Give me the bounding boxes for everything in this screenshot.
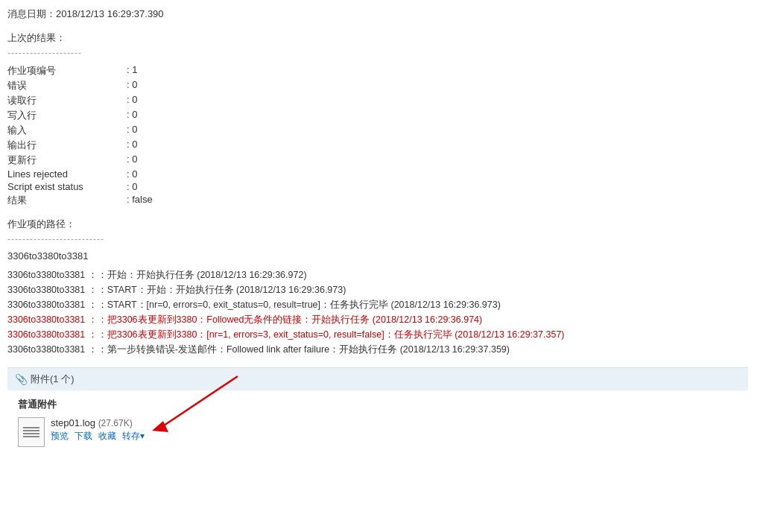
file-icon-line: [23, 427, 39, 428]
info-value: : false: [127, 194, 153, 207]
message-date-label: 消息日期：: [7, 8, 56, 19]
file-actions: 预览 下载 收藏 转存▾: [51, 430, 145, 443]
info-label: 输出行: [7, 139, 127, 152]
info-row: 写入行: 0: [7, 109, 748, 122]
info-label: 作业项编号: [7, 64, 127, 77]
info-row: 读取行: 0: [7, 94, 748, 107]
file-name-text: step01.log: [51, 417, 95, 428]
info-value: : 0: [127, 124, 137, 137]
file-action-link[interactable]: 下载: [75, 430, 92, 443]
log-entries: 3306to3380to3381 ：：开始：开始执行任务 (2018/12/13…: [7, 267, 748, 357]
info-value: : 0: [127, 79, 137, 92]
clip-icon: 📎: [15, 373, 28, 385]
file-name: step01.log (27.67K): [51, 417, 145, 428]
info-label: 结果: [7, 194, 127, 207]
divider-2: --------------------------: [7, 234, 748, 244]
info-value: : 0: [127, 139, 137, 152]
divider-1: --------------------: [7, 48, 748, 58]
file-icon: [18, 417, 45, 447]
info-value: : 0: [127, 109, 137, 122]
file-icon-line: [23, 430, 39, 431]
job-path-section: 作业项的路径： -------------------------- 3306t…: [7, 218, 748, 262]
last-result-title: 上次的结果：: [7, 31, 748, 45]
info-value: : 0: [127, 94, 137, 107]
info-row: 作业项编号: 1: [7, 64, 748, 77]
job-path-title: 作业项的路径：: [7, 218, 748, 231]
info-value: : 0: [127, 181, 137, 192]
log-entry: 3306to3380to3381 ：：START：[nr=0, errors=0…: [7, 297, 748, 312]
message-date-value: 2018/12/13 16:29:37.390: [56, 8, 164, 19]
file-action-link[interactable]: 收藏: [98, 430, 116, 443]
log-entry: 3306to3380to3381 ：：START：开始：开始执行任务 (2018…: [7, 282, 748, 297]
attachment-body: 普通附件 step01.log: [7, 390, 748, 455]
info-value: : 0: [127, 168, 137, 180]
log-entry: 3306to3380to3381 ：：把3306表更新到3380：Followe…: [7, 312, 748, 327]
attachment-type-label: 普通附件: [18, 398, 738, 411]
info-row: 输入: 0: [7, 124, 748, 137]
info-row: Script exist status: 0: [7, 181, 748, 192]
info-label: Lines rejected: [7, 168, 127, 180]
file-size: (27.67K): [98, 418, 133, 428]
file-icon-line: [23, 436, 39, 437]
log-entry: 3306to3380to3381 ：：把3306表更新到3380：[nr=1, …: [7, 327, 748, 342]
path-value: 3306to3380to3381: [7, 250, 748, 262]
info-label: Script exist status: [7, 181, 127, 192]
info-label: 读取行: [7, 94, 127, 107]
main-content: 消息日期：2018/12/13 16:29:37.390 上次的结果： ----…: [0, 0, 760, 462]
attachment-header-label: 附件(1 个): [31, 373, 75, 386]
info-label: 输入: [7, 124, 127, 137]
svg-marker-1: [152, 421, 168, 432]
info-value: : 1: [127, 64, 137, 77]
log-entry: 3306to3380to3381 ：：开始：开始执行任务 (2018/12/13…: [7, 267, 748, 282]
message-date: 消息日期：2018/12/13 16:29:37.390: [7, 7, 748, 21]
file-details: step01.log (27.67K) 预览 下载 收藏 转存▾: [51, 417, 145, 443]
info-row: 输出行: 0: [7, 139, 748, 152]
info-row: 错误: 0: [7, 79, 748, 92]
info-label: 更新行: [7, 153, 127, 167]
info-row: 更新行: 0: [7, 153, 748, 167]
attachment-section: 📎 附件(1 个) 普通附件: [7, 367, 748, 455]
attachment-header: 📎 附件(1 个): [7, 368, 748, 390]
info-row: Lines rejected: 0: [7, 168, 748, 180]
attachment-item: step01.log (27.67K) 预览 下载 收藏 转存▾: [18, 417, 738, 447]
info-label: 错误: [7, 79, 127, 92]
file-action-link[interactable]: 转存▾: [122, 430, 145, 443]
file-icon-line: [23, 433, 39, 434]
info-row: 结果: false: [7, 194, 748, 207]
info-label: 写入行: [7, 109, 127, 122]
file-icon-lines: [23, 427, 39, 437]
last-result-table: 作业项编号: 1错误: 0读取行: 0写入行: 0输入: 0输出行: 0更新行:…: [7, 64, 748, 207]
file-action-link[interactable]: 预览: [51, 430, 69, 443]
info-value: : 0: [127, 153, 137, 167]
log-entry: 3306to3380to3381 ：：第一步转换错误-发送邮件：Followed…: [7, 342, 748, 357]
